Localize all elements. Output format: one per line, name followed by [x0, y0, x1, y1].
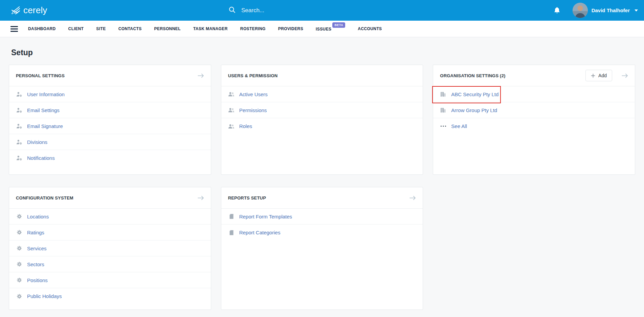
card-title-personal-settings: PERSONAL SETTINGS [16, 73, 65, 78]
item-label[interactable]: Public Holidays [27, 293, 62, 299]
cards-row-2: CONFIGURATION SYSTEMLocationsRatingsServ… [0, 187, 644, 310]
arrow-right-icon[interactable] [409, 195, 416, 200]
app-header: cerely Dav [0, 0, 644, 21]
list-item-public-holidays[interactable]: Public Holidays [9, 288, 211, 304]
notifications-bell-icon[interactable] [554, 7, 560, 14]
nav-item-personnel[interactable]: PERSONNEL [154, 26, 181, 31]
list-item-arrow-group-pty-ltd[interactable]: Arrow Group Pty Ltd [433, 102, 635, 118]
brand-name: cerely [23, 5, 47, 16]
item-label[interactable]: Roles [239, 123, 252, 129]
card-title-configuration-system: CONFIGURATION SYSTEM [16, 195, 73, 200]
list-item-sectors[interactable]: Sectors [9, 256, 211, 272]
menu-icon[interactable] [10, 26, 18, 32]
item-label[interactable]: Email Signature [27, 123, 63, 129]
nav-item-dashboard[interactable]: DASHBOARD [28, 26, 56, 31]
nav-item-contacts[interactable]: CONTACTS [118, 26, 142, 31]
item-label[interactable]: Active Users [239, 91, 268, 97]
page-title: Setup [11, 48, 644, 57]
card-header-actions [197, 73, 204, 78]
add-button-label: Add [598, 73, 607, 78]
building-icon [440, 92, 446, 97]
card-configuration-system: CONFIGURATION SYSTEMLocationsRatingsServ… [9, 187, 211, 310]
nav-item-rostering[interactable]: ROSTERING [240, 26, 266, 31]
gear-icon [16, 214, 22, 219]
gear-icon [16, 294, 22, 299]
item-label[interactable]: Sectors [27, 261, 44, 267]
card-header-users-permission: USERS & PERMISSION [221, 65, 423, 86]
item-label[interactable]: Report Form Templates [239, 214, 292, 219]
card-title-organisation-settings: ORGANISATION SETTINGS (2) [440, 73, 505, 78]
list-item-user-information[interactable]: User Information [9, 86, 211, 102]
item-label[interactable]: Notifications [27, 155, 55, 161]
list-item-see-all[interactable]: See All [433, 118, 635, 134]
item-label[interactable]: ABC Security Pty Ltd [451, 91, 498, 97]
card-header-configuration-system: CONFIGURATION SYSTEM [9, 187, 211, 209]
gear-icon [16, 230, 22, 235]
item-label[interactable]: Arrow Group Pty Ltd [451, 107, 497, 113]
arrow-right-icon[interactable] [621, 73, 628, 78]
item-label[interactable]: Divisions [27, 139, 47, 145]
card-title-users-permission: USERS & PERMISSION [228, 73, 278, 78]
user-gear-icon [16, 140, 22, 145]
arrow-right-icon[interactable] [197, 73, 204, 78]
search-input[interactable] [241, 7, 383, 14]
list-item-divisions[interactable]: Divisions [9, 134, 211, 150]
users-icon [228, 92, 235, 97]
ellipsis-icon [440, 125, 446, 127]
card-header-personal-settings: PERSONAL SETTINGS [9, 65, 211, 86]
item-label[interactable]: Locations [27, 214, 49, 219]
global-search [229, 0, 405, 21]
list-item-email-settings[interactable]: Email Settings [9, 102, 211, 118]
user-gear-icon [16, 92, 22, 97]
caret-down-icon [635, 9, 638, 12]
item-label[interactable]: Email Settings [27, 107, 60, 113]
list-item-permissions[interactable]: Permissions [221, 102, 423, 118]
brand-logo[interactable]: cerely [10, 4, 47, 17]
card-reports-setup: REPORTS SETUPReport Form TemplatesReport… [221, 187, 423, 310]
list-item-roles[interactable]: Roles [221, 118, 423, 134]
nav-item-client[interactable]: CLIENT [68, 26, 84, 31]
list-item-report-categories[interactable]: Report Categories [221, 225, 423, 240]
file-icon [228, 230, 235, 235]
list-item-report-form-templates[interactable]: Report Form Templates [221, 209, 423, 225]
nav-item-issues[interactable]: ISSUESBETA [316, 26, 345, 31]
nav-items: DASHBOARDCLIENTSITECONTACTSPERSONNELTASK… [28, 26, 395, 31]
card-header-actions [197, 195, 204, 200]
gear-icon [16, 246, 22, 251]
item-label[interactable]: User Information [27, 91, 65, 97]
item-label[interactable]: See All [451, 123, 467, 129]
nav-item-site[interactable]: SITE [96, 26, 106, 31]
list-item-email-signature[interactable]: Email Signature [9, 118, 211, 134]
list-item-locations[interactable]: Locations [9, 209, 211, 225]
gear-icon [16, 277, 22, 283]
item-label[interactable]: Services [27, 246, 47, 251]
nav-item-accounts[interactable]: ACCOUNTS [358, 26, 382, 31]
cards-row-1: PERSONAL SETTINGSUser InformationEmail S… [0, 65, 644, 175]
gear-icon [16, 261, 22, 267]
list-item-positions[interactable]: Positions [9, 272, 211, 288]
card-header-organisation-settings: ORGANISATION SETTINGS (2)Add [433, 65, 635, 86]
list-item-notifications[interactable]: Notifications [9, 150, 211, 166]
user-menu[interactable]: David Thalhofer [573, 3, 638, 18]
card-users-permission: USERS & PERMISSIONActive UsersPermission… [221, 65, 423, 175]
list-item-abc-security-pty-ltd[interactable]: ABC Security Pty Ltd [433, 86, 635, 102]
nav-item-providers[interactable]: PROVIDERS [278, 26, 303, 31]
file-icon [228, 214, 235, 219]
item-label[interactable]: Positions [27, 277, 48, 283]
list-item-ratings[interactable]: Ratings [9, 225, 211, 240]
header-right: David Thalhofer [554, 3, 638, 18]
plus-icon [591, 73, 595, 78]
card-personal-settings: PERSONAL SETTINGSUser InformationEmail S… [9, 65, 211, 175]
user-name: David Thalhofer [592, 7, 630, 13]
nav-item-task-manager[interactable]: TASK MANAGER [193, 26, 228, 31]
item-label[interactable]: Ratings [27, 230, 44, 235]
list-item-active-users[interactable]: Active Users [221, 86, 423, 102]
arrow-right-icon[interactable] [197, 195, 204, 200]
add-organisation-button[interactable]: Add [585, 70, 612, 81]
list-item-services[interactable]: Services [9, 240, 211, 256]
brand-leaf-icon [10, 4, 21, 17]
item-label[interactable]: Permissions [239, 107, 267, 113]
card-title-reports-setup: REPORTS SETUP [228, 195, 266, 200]
item-label[interactable]: Report Categories [239, 230, 281, 235]
card-organisation-settings: ORGANISATION SETTINGS (2)AddABC Security… [433, 65, 635, 175]
